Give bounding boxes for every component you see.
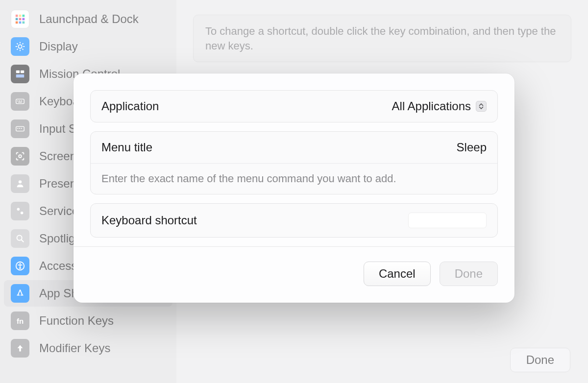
keyboard-shortcut-field-group: Keyboard shortcut — [90, 203, 498, 238]
add-shortcut-sheet: Application All Applications Menu title … — [74, 73, 514, 303]
menu-title-field-group: Menu title Sleep Enter the exact name of… — [90, 131, 498, 194]
keyboard-shortcut-label: Keyboard shortcut — [101, 214, 197, 227]
done-button-label: Done — [455, 267, 483, 280]
keyboard-shortcut-row[interactable]: Keyboard shortcut — [91, 204, 497, 237]
menu-title-hint: Enter the exact name of the menu command… — [91, 163, 497, 194]
menu-title-row[interactable]: Menu title Sleep — [91, 132, 497, 163]
application-value: All Applications — [392, 99, 471, 113]
done-button[interactable]: Done — [440, 262, 498, 286]
application-field-group: Application All Applications — [90, 90, 498, 122]
modal-backdrop: Application All Applications Menu title … — [0, 0, 588, 383]
sheet-footer: Cancel Done — [74, 247, 514, 303]
keyboard-shortcut-input[interactable] — [408, 213, 487, 228]
cancel-button[interactable]: Cancel — [364, 262, 431, 286]
up-down-chevron-icon — [476, 101, 487, 112]
cancel-button-label: Cancel — [379, 267, 416, 280]
application-label: Application — [101, 99, 159, 113]
application-row[interactable]: Application All Applications — [91, 91, 497, 122]
menu-title-value[interactable]: Sleep — [457, 141, 487, 154]
application-popup[interactable]: All Applications — [392, 99, 487, 113]
menu-title-label: Menu title — [101, 141, 152, 154]
